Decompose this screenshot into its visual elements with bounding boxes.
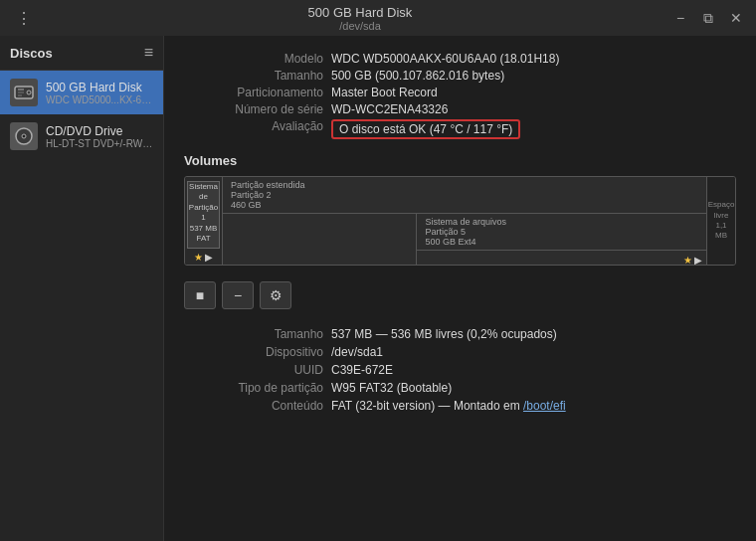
detail-uuid-value: C39E-672E (331, 363, 736, 377)
volumes-title: Volumes (184, 153, 736, 168)
window-title: 500 GB Hard Disk (50, 5, 670, 20)
numero-label: Número de série (184, 102, 323, 116)
numero-value: WD-WCC2ENA43326 (331, 102, 736, 116)
detail-dispositivo-label: Dispositivo (184, 345, 323, 359)
cd-info: CD/DVD Drive HL-DT-ST DVD+/-RW GTA0N (46, 124, 153, 149)
cd-name: CD/DVD Drive (46, 124, 153, 138)
extended-inner-left (223, 214, 416, 265)
extended-header-label3: 460 GB (231, 200, 262, 210)
hdd-name: 500 GB Hard Disk (46, 81, 153, 94)
window-subtitle: /dev/sda (50, 20, 670, 32)
detail-tamanho-label: Tamanho (184, 327, 323, 341)
tamanho-label: Tamanho (184, 69, 323, 83)
partition-toolbar: ■ − ⚙ (184, 277, 736, 313)
extended-header-label2: Partição 2 (231, 190, 272, 200)
extended-header-label: Partição estendida (231, 180, 305, 190)
detail-conteudo-label: Conteúdo (184, 399, 323, 413)
cd-icon (10, 122, 38, 150)
sidebar-title: Discos (10, 46, 53, 61)
particionamento-label: Particionamento (184, 86, 323, 99)
window-controls: − ⧉ ✕ (670, 8, 746, 28)
detail-dispositivo-value: /dev/sda1 (331, 345, 736, 359)
partition-1-segment[interactable]: Sistema de Partição 1 537 MB FAT ★ ▶ (185, 177, 223, 265)
sidebar-menu-button[interactable]: ≡ (144, 44, 153, 62)
gear-button[interactable]: ⚙ (260, 281, 291, 309)
sidebar-item-hdd[interactable]: 500 GB Hard Disk WDC WD5000...KX-60U6AA0 (0, 71, 163, 114)
remove-button[interactable]: − (222, 281, 254, 309)
inner-play-icon: ▶ (694, 255, 702, 265)
partition-detail-grid: Tamanho 537 MB — 536 MB livres (0,2% ocu… (184, 327, 736, 413)
partition-1-label: Sistema de Partição 1 537 MB FAT (188, 182, 219, 244)
close-button[interactable]: ✕ (726, 8, 746, 28)
free-label2: 1,1 MB (709, 221, 733, 242)
svg-point-6 (22, 134, 26, 138)
detail-conteudo-value: FAT (32-bit version) — Montado em /boot/… (331, 399, 736, 413)
partition-1-stars: ★ ▶ (194, 249, 213, 265)
sidebar-header: Discos ≡ (0, 36, 163, 71)
particionamento-value: Master Boot Record (331, 86, 736, 99)
partition-2-extended[interactable]: Partição estendida Partição 2 460 GB Sis… (223, 177, 707, 265)
inner-star-icon: ★ (683, 255, 692, 265)
tamanho-value: 500 GB (500.107.862.016 bytes) (331, 69, 736, 83)
detail-uuid-label: UUID (184, 363, 323, 377)
minimize-button[interactable]: − (670, 8, 690, 28)
sidebar: Discos ≡ 500 GB Hard Disk WDC WD5000...K… (0, 36, 164, 541)
disk-info-grid: Modelo WDC WD5000AAKX-60U6AA0 (18.01H18)… (184, 52, 736, 139)
hdd-info: 500 GB Hard Disk WDC WD5000...KX-60U6AA0 (46, 81, 153, 105)
evaluation-box: O disco está OK (47 °C / 117 °F) (331, 119, 520, 139)
modelo-value: WDC WD5000AAKX-60U6AA0 (18.01H18) (331, 52, 736, 66)
extended-inner-right[interactable]: Sistema de arquivos Partição 5 500 GB Ex… (416, 214, 706, 265)
sidebar-item-cdrom[interactable]: CD/DVD Drive HL-DT-ST DVD+/-RW GTA0N (0, 114, 163, 158)
partition-bar[interactable]: Sistema de Partição 1 537 MB FAT ★ ▶ Par… (184, 176, 736, 266)
restore-button[interactable]: ⧉ (698, 8, 718, 28)
detail-tamanho-value: 537 MB — 536 MB livres (0,2% ocupados) (331, 327, 736, 341)
stop-button[interactable]: ■ (184, 281, 216, 309)
inner-label2: Partição 5 (425, 227, 466, 237)
avaliacao-label: Avaliação (184, 119, 323, 139)
modelo-label: Modelo (184, 52, 323, 66)
titlebar-menu-button[interactable]: ⋮ (10, 4, 38, 32)
free-space-segment: Espaço livre 1,1 MB (707, 177, 735, 265)
detail-tipo-label: Tipo de partição (184, 381, 323, 395)
main-layout: Discos ≡ 500 GB Hard Disk WDC WD5000...K… (0, 36, 756, 541)
cd-sub: HL-DT-ST DVD+/-RW GTA0N (46, 138, 153, 149)
content-area: Modelo WDC WD5000AAKX-60U6AA0 (18.01H18)… (164, 36, 756, 541)
detail-tipo-value: W95 FAT32 (Bootable) (331, 381, 736, 395)
hdd-icon (10, 79, 38, 106)
titlebar: ⋮ 500 GB Hard Disk /dev/sda − ⧉ ✕ (0, 0, 756, 36)
free-label1: Espaço livre (708, 200, 735, 221)
dots-icon: ⋮ (16, 9, 32, 28)
inner-label1: Sistema de arquivos (425, 217, 506, 227)
avaliacao-value: O disco está OK (47 °C / 117 °F) (331, 119, 736, 139)
boot-efi-link[interactable]: /boot/efi (523, 399, 566, 413)
hdd-sub: WDC WD5000...KX-60U6AA0 (46, 94, 153, 105)
inner-label3: 500 GB Ext4 (425, 237, 475, 247)
